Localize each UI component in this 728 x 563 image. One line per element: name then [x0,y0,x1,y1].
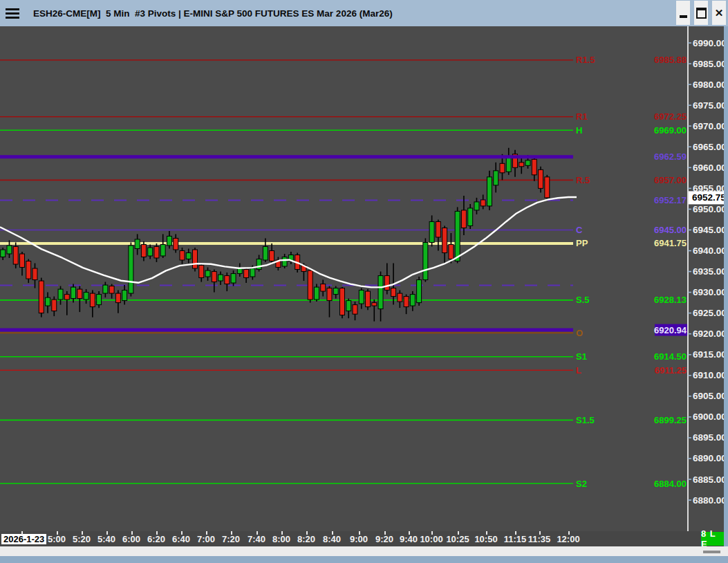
time-tick [21,531,23,535]
candle-body [314,287,319,299]
candle-body [545,177,550,198]
pivot-label: S.5 [576,295,590,305]
candle-body [7,246,12,254]
candle-body [346,301,351,311]
pivot-label: PP [576,238,588,248]
time-tick [181,531,183,535]
candle-body [250,268,255,277]
time-tick [431,531,433,535]
time-label: 11:35 [528,534,551,544]
time-label: 8:20 [297,534,315,544]
session-date-label: 2026-1-23 [1,534,46,544]
pivot-label: R1.5 [576,55,595,65]
candle-body [90,293,95,307]
candle-body [64,295,69,300]
maximize-button[interactable] [694,1,708,25]
time-label: 10:50 [474,534,497,544]
candle-body [263,246,268,260]
window-bottom-border [0,556,728,563]
time-label: 5:40 [97,534,115,544]
candle-body [237,268,242,274]
pivot-value: 6899.25 [654,415,687,425]
candle-body [13,246,18,264]
price-tick-label: 6945.00 [693,225,727,235]
candle-body [372,303,377,306]
time-label: 9:00 [350,534,368,544]
pivot-value: 6914.50 [654,351,687,362]
price-tick-label: 6910.00 [693,370,727,380]
pivot-value: 6972.25 [654,111,687,122]
window-controls: ✕ [676,1,726,25]
pivot-value: 6952.17 [654,195,687,205]
scrollbar-thumb[interactable] [703,551,720,553]
candle-body [19,254,24,268]
candle-body [519,163,524,167]
candle-body [461,210,466,228]
candle-body [52,299,57,311]
window-right-border [724,26,728,546]
price-tick-label: 6920.00 [693,329,727,339]
candle-body [333,288,338,295]
time-label: 12:00 [557,534,579,544]
price-tick-label: 6975.00 [693,100,727,111]
candle-body [77,289,82,299]
candle-body [212,272,216,282]
title-bar: ESH26-CME[M] 5 Min #3 Pivots | E-MINI S&… [0,0,728,28]
time-tick [486,531,487,535]
time-label: 7:00 [197,534,215,544]
candle-body [378,276,383,309]
candle-body [256,259,261,270]
time-label: 8:40 [323,534,341,544]
candle-body [429,221,434,242]
menu-icon[interactable] [6,8,19,19]
time-label: 11:15 [504,534,527,544]
time-tick [131,531,133,535]
close-button[interactable]: ✕ [712,1,726,25]
candle-body [449,244,454,259]
time-tick [82,531,83,535]
price-tick-label: 6950.00 [693,204,727,214]
candle-body [218,275,223,281]
close-icon: ✕ [715,8,724,18]
pivot-label: C [576,225,583,235]
candle-body [474,202,479,210]
last-price-label: 6952.75 [692,192,726,203]
pivot-label: S2 [576,479,587,489]
candle-body [148,248,153,256]
time-tick [281,531,283,535]
minimize-button[interactable] [676,1,690,25]
candle-body [487,177,492,206]
candle-body [97,295,102,305]
plot-background [0,26,728,531]
price-tick-label: 6925.00 [693,308,727,318]
pivot-label: H [576,125,582,136]
status-badge[interactable]: 8 L E [701,532,725,546]
time-axis[interactable]: 2026-1-235:005:205:406:006:206:407:007:2… [0,531,728,546]
price-tick-label: 6985.00 [693,59,727,69]
candle-body [423,242,428,279]
time-tick [206,531,207,535]
candle-body [186,253,191,259]
price-tick-label: 6890.00 [693,453,727,463]
time-label: 7:40 [248,534,265,544]
price-chart[interactable]: R1.56985.88R16972.25H6969.006962.59R.569… [0,26,728,531]
price-tick-label: 6915.00 [693,349,727,360]
candle-body [359,290,364,304]
time-label: 8:00 [272,534,290,544]
candle-body [308,270,312,299]
candle-body [494,171,498,185]
candle-body [205,270,210,277]
horizontal-scrollbar[interactable] [0,546,728,556]
time-tick [156,531,158,535]
price-tick-label: 6995.00 [693,26,727,28]
candle-body [398,293,402,302]
time-tick [568,531,570,535]
price-tick-label: 6940.00 [693,246,727,256]
minimize-icon [680,15,687,18]
time-tick [458,531,459,535]
time-tick [515,531,516,535]
time-tick [409,531,410,535]
price-tick-label: 6935.00 [693,266,727,277]
candle-body [115,293,120,303]
chart-area[interactable]: R1.56985.88R16972.25H6969.006962.59R.569… [0,26,728,546]
